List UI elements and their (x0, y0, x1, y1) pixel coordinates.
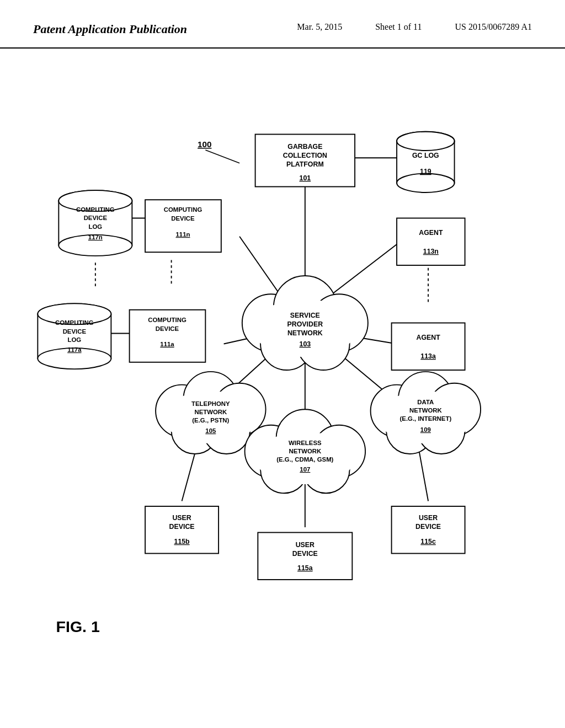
gc-log-bottom (397, 174, 455, 192)
svg-text:SERVICE: SERVICE (290, 312, 320, 319)
gc-log-id: 119 (420, 168, 431, 175)
svg-text:105: 105 (205, 427, 216, 434)
svg-text:DEVICE: DEVICE (171, 215, 195, 222)
agent-n-id: 113n (423, 248, 439, 255)
svg-text:TELEPHONY: TELEPHONY (191, 400, 230, 407)
svg-text:107: 107 (300, 466, 310, 473)
agent-n-box (397, 218, 465, 266)
agent-a-box (392, 323, 465, 371)
publication-title: Patent Application Publication (33, 22, 187, 36)
cd-log-n-id: 117n (88, 234, 103, 240)
gc-platform-text: GARBAGE (287, 143, 322, 151)
svg-text:COMPUTING: COMPUTING (55, 319, 94, 326)
svg-text:103: 103 (300, 340, 311, 348)
patent-number: US 2015/0067289 A1 (455, 22, 532, 32)
user-device-c-id: 115c (420, 538, 436, 545)
svg-text:USER: USER (419, 514, 438, 522)
svg-text:NETWORK: NETWORK (409, 407, 443, 414)
publication-date: Mar. 5, 2015 (297, 22, 342, 32)
page: Patent Application Publication Mar. 5, 2… (0, 0, 565, 728)
gc-platform-id: 101 (300, 174, 311, 182)
svg-text:DEVICE: DEVICE (63, 328, 87, 335)
svg-text:PROVIDER: PROVIDER (287, 320, 323, 328)
svg-text:LOG: LOG (89, 223, 103, 230)
svg-text:DEVICE: DEVICE (415, 523, 441, 531)
svg-text:DEVICE: DEVICE (169, 523, 195, 531)
svg-text:NETWORK: NETWORK (194, 409, 227, 415)
gc-log-text: GC LOG (412, 152, 439, 159)
fig-label: FIG. 1 (56, 618, 100, 635)
svg-text:LOG: LOG (68, 336, 82, 343)
svg-text:USER: USER (296, 541, 315, 549)
svg-text:DEVICE: DEVICE (156, 325, 179, 332)
svg-text:COMPUTING: COMPUTING (148, 317, 186, 323)
svg-line-3 (239, 237, 281, 297)
svg-text:DATA: DATA (417, 399, 434, 405)
cd-log-a-id: 117a (67, 346, 82, 353)
svg-text:NETWORK: NETWORK (287, 329, 323, 337)
svg-text:PLATFORM: PLATFORM (286, 160, 324, 168)
header: Patent Application Publication Mar. 5, 2… (0, 0, 565, 49)
svg-text:AGENT: AGENT (419, 229, 443, 237)
header-info: Mar. 5, 2015 Sheet 1 of 11 US 2015/00672… (297, 22, 532, 32)
svg-line-0 (205, 150, 239, 163)
user-device-b-id: 115b (174, 538, 190, 545)
svg-text:AGENT: AGENT (416, 334, 440, 341)
service-provider-cloud: SERVICE PROVIDER NETWORK 103 (242, 276, 368, 370)
svg-text:WIRELESS: WIRELESS (289, 440, 322, 446)
cd-n-id: 111n (176, 231, 190, 238)
svg-text:DEVICE: DEVICE (84, 215, 108, 221)
cd-a-id: 111a (160, 341, 174, 347)
svg-text:COMPUTING: COMPUTING (164, 206, 202, 213)
ref-100-label: 100 (198, 140, 211, 149)
svg-text:USER: USER (172, 514, 191, 522)
diagram-area: 100 (0, 66, 565, 695)
svg-text:(E.G., CDMA, GSM): (E.G., CDMA, GSM) (276, 456, 333, 463)
svg-text:(E.G., INTERNET): (E.G., INTERNET) (400, 415, 452, 422)
svg-point-21 (397, 132, 455, 151)
svg-line-5 (329, 244, 397, 297)
svg-text:COMPUTING: COMPUTING (76, 206, 115, 213)
agent-a-id: 113a (420, 352, 436, 360)
svg-text:NETWORK: NETWORK (289, 448, 322, 454)
svg-text:(E.G., PSTN): (E.G., PSTN) (192, 417, 229, 424)
svg-text:109: 109 (420, 426, 431, 433)
user-device-a-id: 115a (297, 564, 313, 572)
svg-text:DEVICE: DEVICE (292, 550, 318, 558)
svg-text:COLLECTION: COLLECTION (283, 152, 327, 159)
data-network-cloud: DATA NETWORK (E.G., INTERNET) 109 (371, 372, 481, 454)
sheet-info: Sheet 1 of 11 (375, 22, 422, 32)
